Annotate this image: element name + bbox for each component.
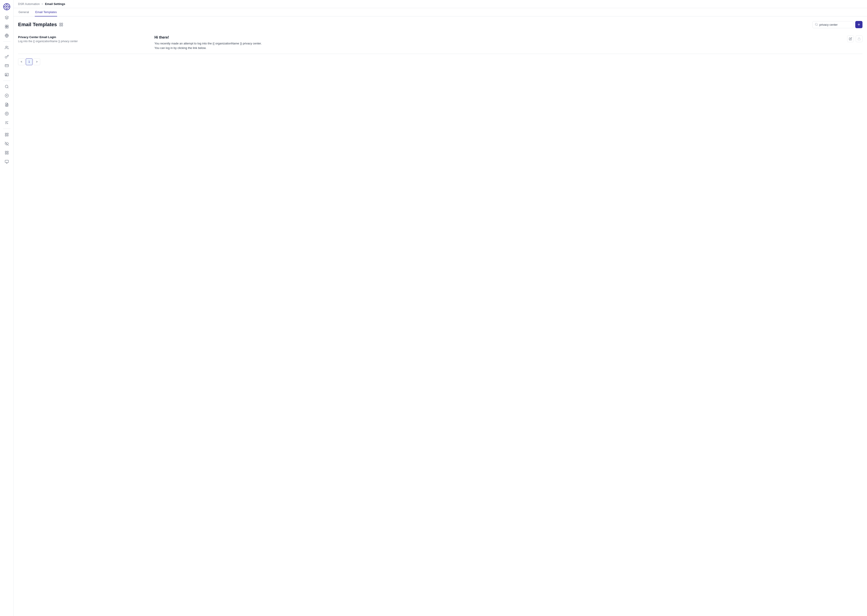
svg-rect-27 [5, 153, 6, 154]
donut-icon[interactable] [3, 110, 11, 118]
users-icon[interactable] [3, 44, 11, 52]
svg-rect-25 [5, 151, 6, 152]
app-logo[interactable] [3, 3, 11, 11]
current-page-button[interactable]: 1 [26, 58, 33, 65]
svg-rect-33 [61, 25, 63, 26]
preview-body: You recently made an attempt to log into… [154, 41, 843, 50]
box-icon[interactable] [3, 22, 11, 31]
page-header: Email Templates + [18, 21, 862, 28]
monitor-icon[interactable] [3, 158, 11, 166]
content-area: Email Templates + [14, 16, 867, 616]
globe-icon[interactable] [3, 31, 11, 40]
template-name: Privacy Center Email Login [18, 35, 149, 39]
svg-point-19 [6, 113, 8, 114]
svg-rect-21 [7, 133, 8, 134]
svg-rect-30 [60, 23, 61, 24]
svg-point-16 [5, 85, 8, 88]
svg-rect-10 [7, 27, 8, 28]
breadcrumb-parent[interactable]: DSR Automation [18, 2, 40, 6]
list-add-icon[interactable] [3, 119, 11, 127]
search-input[interactable] [819, 23, 851, 27]
edit-template-button[interactable] [847, 35, 854, 42]
preview-text: Hi there! You recently made an attempt t… [154, 35, 843, 50]
breadcrumb-separator: > [41, 3, 43, 6]
cube-icon[interactable] [3, 14, 11, 22]
svg-rect-31 [61, 23, 63, 24]
svg-rect-17 [6, 105, 8, 106]
svg-point-18 [5, 112, 8, 115]
breadcrumb-current: Email Settings [45, 2, 65, 6]
tab-email-templates[interactable]: Email Templates [35, 8, 57, 16]
header-actions: + [812, 21, 862, 28]
svg-point-12 [5, 46, 7, 47]
key-icon[interactable] [3, 53, 11, 61]
pagination: < 1 > [18, 58, 862, 65]
divider-2 [3, 80, 10, 81]
svg-rect-26 [7, 151, 8, 152]
lock-template-button[interactable] [856, 35, 862, 42]
svg-rect-9 [5, 27, 6, 28]
template-actions [847, 35, 862, 42]
template-preview: Hi there! You recently made an attempt t… [149, 35, 862, 50]
svg-rect-7 [5, 25, 6, 27]
divider-1 [3, 41, 10, 42]
prev-page-button[interactable]: < [18, 58, 25, 65]
svg-point-23 [7, 135, 8, 136]
template-desc: Log into the {{ organizationName }} priv… [18, 40, 149, 43]
search-icon [815, 23, 818, 27]
sidebar [0, 0, 14, 616]
svg-point-34 [815, 23, 817, 25]
svg-point-2 [6, 6, 8, 8]
page-title: Email Templates [18, 22, 57, 28]
svg-rect-13 [5, 64, 8, 67]
svg-rect-22 [5, 135, 6, 136]
page-title-row: Email Templates [18, 22, 64, 28]
preview-title: Hi there! [154, 35, 843, 39]
svg-rect-32 [60, 25, 61, 26]
svg-rect-20 [5, 133, 6, 134]
grid3-icon[interactable] [3, 149, 11, 157]
svg-rect-28 [7, 153, 8, 154]
svg-point-15 [6, 74, 6, 75]
divider-3 [3, 129, 10, 129]
id-card-icon[interactable] [3, 71, 11, 79]
tab-general[interactable]: General [18, 8, 29, 16]
svg-rect-29 [5, 160, 8, 163]
main-content: DSR Automation > Email Settings General … [14, 0, 867, 616]
next-page-button[interactable]: > [33, 58, 40, 65]
add-template-button[interactable]: + [855, 21, 862, 28]
grid-icon [59, 22, 64, 27]
eye-off-icon[interactable] [3, 140, 11, 148]
svg-rect-8 [7, 25, 8, 27]
breadcrumb: DSR Automation > Email Settings [14, 0, 867, 8]
code-scan-icon[interactable] [3, 91, 11, 100]
template-info: Privacy Center Email Login Log into the … [18, 35, 149, 50]
file-lock-icon[interactable] [3, 101, 11, 109]
template-row: Privacy Center Email Login Log into the … [18, 32, 862, 54]
billing-icon[interactable] [3, 61, 11, 70]
svg-rect-35 [858, 39, 861, 40]
search-box [812, 21, 853, 28]
grid2-icon[interactable] [3, 130, 11, 139]
tab-bar: General Email Templates [14, 8, 867, 16]
search2-icon[interactable] [3, 83, 11, 91]
